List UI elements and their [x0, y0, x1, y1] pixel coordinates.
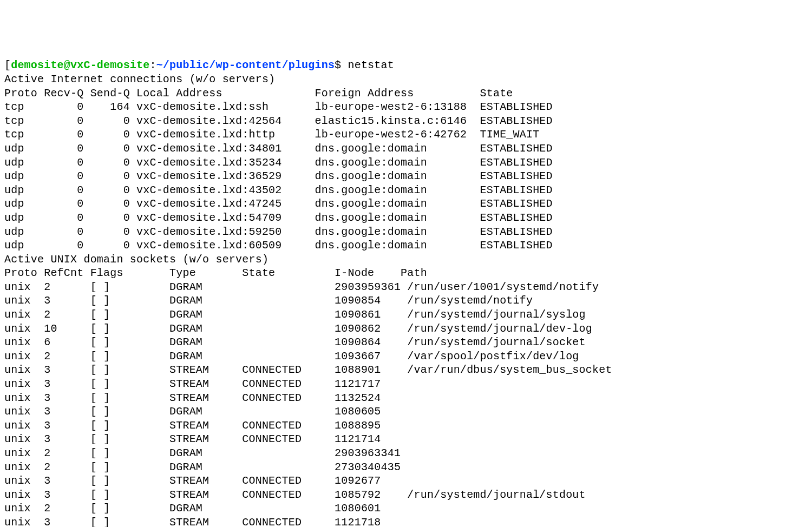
- unix-section-title: Active UNIX domain sockets (w/o servers): [4, 253, 269, 266]
- prompt-path: ~/public/wp-content/plugins: [156, 59, 335, 71]
- unix-row: unix 3 [ ] STREAM CONNECTED 1121717: [4, 378, 407, 390]
- prompt-user-host: demosite@vxC-demosite: [11, 59, 149, 71]
- inet-row: udp 0 0 vxC-demosite.lxd:43502 dns.googl…: [4, 184, 553, 196]
- unix-row: unix 3 [ ] STREAM CONNECTED 1132524: [4, 392, 407, 404]
- inet-section-title: Active Internet connections (w/o servers…: [4, 73, 275, 85]
- unix-row: unix 3 [ ] STREAM CONNECTED 1121714: [4, 433, 407, 445]
- unix-row: unix 2 [ ] DGRAM 1093667 /var/spool/post…: [4, 350, 579, 363]
- inet-row: udp 0 0 vxC-demosite.lxd:47245 dns.googl…: [4, 197, 553, 210]
- terminal-output[interactable]: [demosite@vxC-demosite:~/public/wp-conte…: [4, 58, 808, 527]
- unix-row: unix 2 [ ] DGRAM 1080601: [4, 502, 407, 515]
- unix-row: unix 3 [ ] STREAM CONNECTED 1092677: [4, 475, 407, 487]
- inet-row: udp 0 0 vxC-demosite.lxd:60509 dns.googl…: [4, 239, 553, 252]
- inet-row: udp 0 0 vxC-demosite.lxd:34801 dns.googl…: [4, 142, 553, 155]
- prompt-dollar: $: [335, 59, 348, 71]
- unix-row: unix 3 [ ] STREAM CONNECTED 1085792 /run…: [4, 489, 586, 501]
- unix-row: unix 3 [ ] DGRAM 1090854 /run/systemd/no…: [4, 294, 533, 307]
- unix-row: unix 3 [ ] STREAM CONNECTED 1088895: [4, 419, 407, 432]
- inet-row: udp 0 0 vxC-demosite.lxd:54709 dns.googl…: [4, 212, 553, 224]
- unix-row: unix 2 [ ] DGRAM 2903959361 /run/user/10…: [4, 281, 599, 293]
- unix-row: unix 3 [ ] STREAM CONNECTED 1121718: [4, 516, 407, 527]
- unix-row: unix 6 [ ] DGRAM 1090864 /run/systemd/jo…: [4, 336, 586, 348]
- unix-row: unix 3 [ ] DGRAM 1080605: [4, 405, 407, 418]
- inet-row: udp 0 0 vxC-demosite.lxd:36529 dns.googl…: [4, 170, 553, 182]
- prompt-open-bracket: [: [4, 59, 11, 71]
- prompt-colon: :: [149, 59, 156, 71]
- unix-header: Proto RefCnt Flags Type State I-Node Pat…: [4, 267, 427, 279]
- inet-row: udp 0 0 vxC-demosite.lxd:59250 dns.googl…: [4, 226, 553, 238]
- prompt-command: netstat: [348, 59, 394, 71]
- unix-row: unix 2 [ ] DGRAM 2903963341: [4, 447, 407, 459]
- inet-header: Proto Recv-Q Send-Q Local Address Foreig…: [4, 87, 513, 100]
- inet-row: tcp 0 164 vxC-demosite.lxd:ssh lb-europe…: [4, 101, 553, 113]
- inet-row: tcp 0 0 vxC-demosite.lxd:http lb-europe-…: [4, 128, 539, 141]
- unix-row: unix 2 [ ] DGRAM 2730340435: [4, 461, 407, 473]
- unix-row: unix 2 [ ] DGRAM 1090861 /run/systemd/jo…: [4, 308, 586, 321]
- inet-row: udp 0 0 vxC-demosite.lxd:35234 dns.googl…: [4, 156, 553, 169]
- inet-row: tcp 0 0 vxC-demosite.lxd:42564 elastic15…: [4, 115, 553, 127]
- unix-row: unix 3 [ ] STREAM CONNECTED 1088901 /var…: [4, 364, 612, 376]
- unix-row: unix 10 [ ] DGRAM 1090862 /run/systemd/j…: [4, 322, 592, 335]
